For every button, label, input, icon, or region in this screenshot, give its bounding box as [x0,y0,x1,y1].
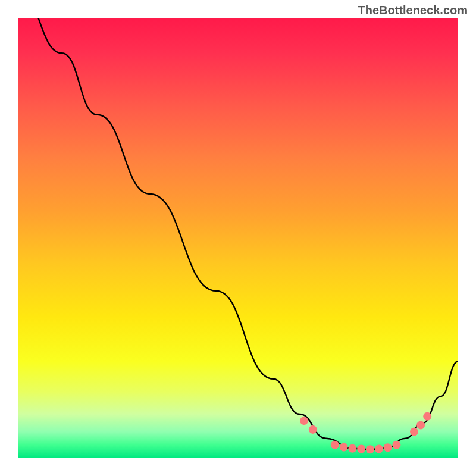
data-dot [309,425,317,434]
chart-svg [18,18,458,458]
data-dot [392,441,400,449]
data-dots [300,412,431,454]
data-dot [348,444,356,453]
chart-area [18,18,458,458]
data-dot [384,443,392,452]
data-dot [416,421,425,430]
bottleneck-curve [18,18,458,449]
data-dot [410,428,418,436]
data-dot [340,443,348,452]
data-dot [375,444,383,453]
data-dot [357,444,365,453]
watermark-text: TheBottleneck.com [358,4,468,17]
data-dot [300,416,308,425]
data-dot [366,445,374,453]
data-dot [331,441,339,449]
data-dot [423,412,431,421]
